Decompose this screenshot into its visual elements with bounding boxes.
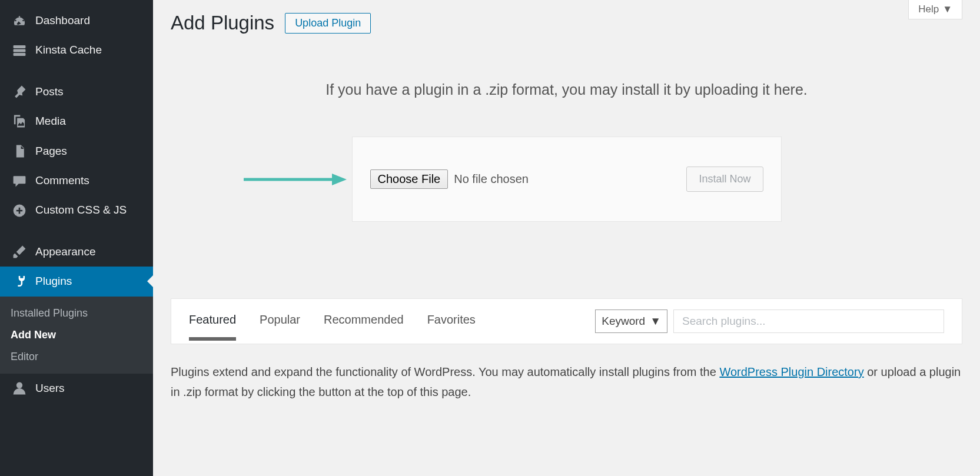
submenu-installed-plugins[interactable]: Installed Plugins xyxy=(0,302,153,324)
pin-icon xyxy=(11,84,28,99)
sidebar-item-posts[interactable]: Posts xyxy=(0,77,153,106)
submenu-add-new[interactable]: Add New xyxy=(0,324,153,346)
main-content: Help ▼ Add Plugins Upload Plugin If you … xyxy=(153,0,980,476)
search-type-select[interactable]: Keyword ▼ xyxy=(595,309,667,333)
svg-rect-0 xyxy=(14,45,26,48)
upload-instruction: If you have a plugin in a .zip format, y… xyxy=(171,81,962,98)
choose-file-button[interactable]: Choose File xyxy=(370,169,449,189)
user-icon xyxy=(11,381,28,396)
dashboard-icon xyxy=(11,13,28,28)
sidebar-item-label: Users xyxy=(35,380,65,397)
sidebar-item-users[interactable]: Users xyxy=(0,374,153,403)
sidebar-item-media[interactable]: Media xyxy=(0,106,153,136)
svg-rect-1 xyxy=(14,49,26,52)
search-input[interactable] xyxy=(673,309,944,333)
plugin-icon xyxy=(11,274,28,289)
svg-rect-2 xyxy=(14,52,26,55)
sidebar-item-appearance[interactable]: Appearance xyxy=(0,237,153,267)
filter-tab-featured[interactable]: Featured xyxy=(189,313,236,341)
chevron-down-icon: ▼ xyxy=(942,4,952,15)
submenu-editor[interactable]: Editor xyxy=(0,346,153,368)
sidebar-item-label: Dashboard xyxy=(35,12,90,29)
install-now-button[interactable]: Install Now xyxy=(686,167,763,192)
chevron-down-icon: ▼ xyxy=(650,315,661,328)
sidebar-item-dashboard[interactable]: Dashboard xyxy=(0,6,153,35)
sidebar-item-kinsta-cache[interactable]: Kinsta Cache xyxy=(0,35,153,65)
file-status: No file chosen xyxy=(454,172,529,186)
admin-sidebar: Dashboard Kinsta Cache Posts Media Pages… xyxy=(0,0,153,476)
sidebar-item-plugins[interactable]: Plugins xyxy=(0,267,153,296)
sidebar-item-label: Custom CSS & JS xyxy=(35,201,127,219)
filter-tab-popular[interactable]: Popular xyxy=(260,313,300,341)
svg-marker-6 xyxy=(332,174,347,185)
filter-tab-recommended[interactable]: Recommended xyxy=(324,313,404,341)
filter-tab-favorites[interactable]: Favorites xyxy=(427,313,476,341)
sidebar-item-label: Media xyxy=(35,112,66,130)
plugins-submenu: Installed Plugins Add New Editor xyxy=(0,297,153,374)
sidebar-item-label: Posts xyxy=(35,83,64,101)
media-icon xyxy=(11,114,28,129)
plus-circle-icon xyxy=(11,203,28,218)
page-title: Add Plugins xyxy=(171,12,274,34)
brush-icon xyxy=(11,244,28,259)
upload-plugin-button[interactable]: Upload Plugin xyxy=(285,13,371,34)
plugins-description: Plugins extend and expand the functional… xyxy=(171,362,962,402)
sidebar-item-custom-css-js[interactable]: Custom CSS & JS xyxy=(0,195,153,225)
sidebar-item-label: Pages xyxy=(35,142,67,160)
comment-icon xyxy=(11,173,28,188)
sidebar-item-label: Comments xyxy=(35,172,89,189)
page-icon xyxy=(11,144,28,159)
sidebar-item-pages[interactable]: Pages xyxy=(0,137,153,166)
server-icon xyxy=(11,43,28,58)
plugin-directory-link[interactable]: WordPress Plugin Directory xyxy=(719,365,863,378)
sidebar-item-label: Kinsta Cache xyxy=(35,41,102,59)
arrow-annotation xyxy=(241,171,347,188)
filter-bar: Featured Popular Recommended Favorites K… xyxy=(171,298,962,344)
sidebar-item-comments[interactable]: Comments xyxy=(0,166,153,195)
svg-point-4 xyxy=(16,382,22,388)
sidebar-item-label: Appearance xyxy=(35,243,95,261)
sidebar-item-label: Plugins xyxy=(35,272,72,290)
upload-form: Choose File No file chosen Install Now xyxy=(352,137,782,222)
help-tab[interactable]: Help ▼ xyxy=(908,0,962,19)
